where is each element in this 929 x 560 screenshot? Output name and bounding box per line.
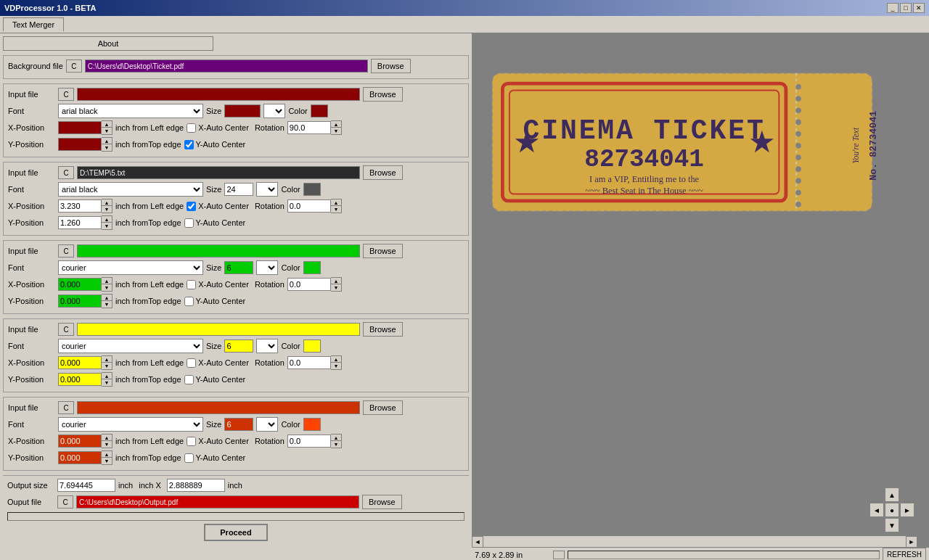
proceed-button[interactable]: Proceed bbox=[204, 524, 267, 541]
horizontal-scrollbar[interactable]: ◄ ► bbox=[472, 535, 917, 547]
input3-y-auto-check[interactable] bbox=[184, 297, 194, 306]
input1-rot-down[interactable]: ▼ bbox=[331, 128, 341, 134]
input1-rotation-input[interactable] bbox=[287, 121, 331, 134]
nav-down-button[interactable]: ▼ bbox=[885, 518, 899, 532]
input5-c-button[interactable]: C bbox=[58, 401, 74, 414]
input3-browse-button[interactable]: Browse bbox=[363, 244, 403, 258]
input3-size-input[interactable] bbox=[224, 261, 253, 274]
input2-browse-button[interactable]: Browse bbox=[363, 165, 403, 180]
input5-color-box[interactable] bbox=[303, 418, 321, 431]
nav-up-button[interactable]: ▲ bbox=[885, 487, 899, 502]
input1-browse-button[interactable]: Browse bbox=[363, 87, 403, 102]
input4-y-up[interactable]: ▲ bbox=[102, 373, 112, 379]
input1-x-input[interactable] bbox=[58, 121, 102, 134]
input2-x-input[interactable] bbox=[58, 199, 102, 213]
nav-left-button[interactable]: ◄ bbox=[869, 503, 884, 517]
input3-y-down[interactable]: ▼ bbox=[102, 301, 112, 308]
about-button[interactable]: About bbox=[3, 36, 213, 51]
input1-y-down[interactable]: ▼ bbox=[102, 144, 112, 151]
input3-color-box[interactable] bbox=[303, 261, 321, 274]
input2-c-button[interactable]: C bbox=[58, 166, 74, 179]
input5-y-down[interactable]: ▼ bbox=[102, 458, 112, 464]
input5-size-input[interactable] bbox=[224, 418, 253, 431]
input5-y-auto-check[interactable] bbox=[184, 453, 194, 463]
input5-rot-up[interactable]: ▲ bbox=[331, 435, 341, 441]
maximize-button[interactable]: □ bbox=[900, 3, 912, 13]
input4-y-down[interactable]: ▼ bbox=[102, 379, 112, 386]
input2-y-down[interactable]: ▼ bbox=[102, 223, 112, 229]
output-width-input[interactable] bbox=[57, 479, 115, 492]
refresh-button[interactable]: REFRESH bbox=[883, 548, 926, 561]
input1-y-up[interactable]: ▲ bbox=[102, 138, 112, 144]
minimize-button[interactable]: _ bbox=[887, 3, 899, 13]
input3-x-auto-check[interactable] bbox=[187, 280, 196, 289]
input1-x-up[interactable]: ▲ bbox=[102, 121, 112, 128]
input2-file-input[interactable] bbox=[77, 166, 360, 179]
scroll-bar-h2[interactable] bbox=[568, 551, 880, 559]
input2-y-up[interactable]: ▲ bbox=[102, 216, 112, 223]
nav-center-button[interactable]: ● bbox=[885, 503, 899, 517]
background-file-input[interactable] bbox=[85, 59, 368, 73]
input4-color-box[interactable] bbox=[303, 339, 321, 353]
input4-x-auto-check[interactable] bbox=[187, 358, 196, 368]
input1-color-box[interactable] bbox=[311, 104, 328, 118]
input5-browse-button[interactable]: Browse bbox=[363, 400, 403, 415]
input2-size-input[interactable] bbox=[224, 183, 253, 196]
input1-rot-up[interactable]: ▲ bbox=[331, 121, 341, 128]
input4-x-input[interactable] bbox=[58, 356, 102, 369]
ouput-browse-button[interactable]: Browse bbox=[362, 495, 402, 509]
input2-x-auto-check[interactable] bbox=[187, 202, 196, 211]
input1-font-select[interactable]: arial black bbox=[58, 104, 203, 118]
input1-x-auto-check[interactable] bbox=[187, 123, 196, 133]
input5-rotation-input[interactable] bbox=[287, 435, 331, 448]
input4-c-button[interactable]: C bbox=[58, 323, 74, 336]
input2-x-down[interactable]: ▼ bbox=[102, 206, 112, 213]
input3-y-input[interactable] bbox=[58, 295, 102, 308]
input2-rot-up[interactable]: ▲ bbox=[331, 199, 341, 206]
input3-x-up[interactable]: ▲ bbox=[102, 278, 112, 284]
input1-y-auto-check[interactable] bbox=[184, 140, 194, 149]
input2-rotation-input[interactable] bbox=[287, 199, 331, 213]
input5-x-auto-check[interactable] bbox=[187, 437, 196, 446]
output-height-input[interactable] bbox=[167, 479, 225, 492]
input2-x-up[interactable]: ▲ bbox=[102, 199, 112, 206]
close-button[interactable]: ✕ bbox=[913, 3, 925, 13]
input5-rot-down[interactable]: ▼ bbox=[331, 441, 341, 448]
input4-rot-up[interactable]: ▲ bbox=[331, 356, 341, 363]
input5-size-dropdown[interactable] bbox=[256, 417, 278, 432]
input3-x-down[interactable]: ▼ bbox=[102, 284, 112, 291]
tab-text-merger[interactable]: Text Merger bbox=[3, 17, 64, 31]
input3-rot-up[interactable]: ▲ bbox=[331, 278, 341, 284]
input4-size-dropdown[interactable] bbox=[256, 339, 278, 353]
input1-x-down[interactable]: ▼ bbox=[102, 128, 112, 134]
input1-c-button[interactable]: C bbox=[58, 88, 74, 101]
ouput-file-input[interactable] bbox=[76, 495, 359, 508]
input4-size-input[interactable] bbox=[224, 339, 253, 353]
scroll-right-button[interactable]: ► bbox=[906, 536, 917, 548]
input5-font-select[interactable]: courier bbox=[58, 417, 203, 432]
input2-font-select[interactable]: arial black bbox=[58, 182, 203, 197]
input4-x-down[interactable]: ▼ bbox=[102, 363, 112, 369]
input5-x-input[interactable] bbox=[58, 435, 102, 448]
ouput-c-button[interactable]: C bbox=[57, 495, 73, 508]
input4-browse-button[interactable]: Browse bbox=[363, 322, 403, 337]
input5-y-input[interactable] bbox=[58, 451, 102, 464]
input3-c-button[interactable]: C bbox=[58, 244, 74, 258]
input1-size-dropdown[interactable] bbox=[263, 104, 285, 118]
scroll-left-button[interactable]: ◄ bbox=[472, 536, 483, 548]
input1-y-input[interactable] bbox=[58, 138, 102, 151]
input2-y-auto-check[interactable] bbox=[184, 218, 194, 228]
background-c-button[interactable]: C bbox=[66, 59, 82, 73]
input4-rot-down[interactable]: ▼ bbox=[331, 363, 341, 369]
input4-font-select[interactable]: courier bbox=[58, 339, 203, 353]
input5-x-down[interactable]: ▼ bbox=[102, 441, 112, 448]
input2-size-dropdown[interactable] bbox=[256, 182, 278, 197]
input4-rotation-input[interactable] bbox=[287, 356, 331, 369]
background-browse-button[interactable]: Browse bbox=[371, 59, 411, 73]
input3-x-input[interactable] bbox=[58, 278, 102, 291]
input5-x-up[interactable]: ▲ bbox=[102, 435, 112, 441]
nav-right-button[interactable]: ► bbox=[900, 503, 914, 517]
input2-y-input[interactable] bbox=[58, 216, 102, 229]
input2-rot-down[interactable]: ▼ bbox=[331, 206, 341, 213]
input4-y-input[interactable] bbox=[58, 373, 102, 386]
